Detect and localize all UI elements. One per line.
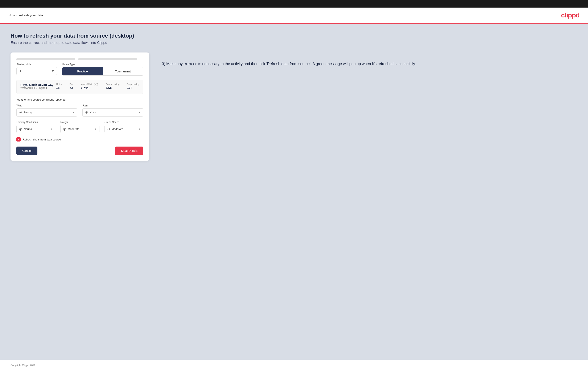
fairway-label: Fairway Conditions bbox=[16, 121, 55, 124]
wind-label: Wind bbox=[16, 104, 77, 107]
par-label: Par bbox=[69, 83, 73, 85]
starting-hole-select[interactable]: 1 bbox=[16, 67, 57, 75]
logo: clippd bbox=[561, 11, 579, 19]
green-speed-group: Green Speed ⊙ Moderate ▼ bbox=[104, 121, 143, 133]
starting-hole-label: Starting Hole bbox=[16, 63, 57, 66]
course-rating-value: 72.5 bbox=[105, 86, 119, 89]
button-row: Cancel Save Details bbox=[16, 147, 143, 155]
fairway-icon: ◉ bbox=[19, 127, 22, 131]
slope-rating-label: Slope rating bbox=[127, 83, 139, 85]
yards-value: 6,744 bbox=[81, 86, 98, 89]
footer-copyright: Copyright Clippd 2022 bbox=[10, 364, 35, 367]
rain-select[interactable]: ✳ None ▼ bbox=[82, 108, 143, 117]
tab-bar bbox=[16, 58, 143, 60]
par-stat: Par 72 bbox=[69, 83, 73, 89]
header: How to refresh your data clippd bbox=[0, 8, 588, 24]
page-subheading: Ensure the correct and most up to date d… bbox=[10, 41, 578, 45]
rain-group: Rain ✳ None ▼ bbox=[82, 104, 143, 117]
header-title: How to refresh your data bbox=[9, 13, 43, 17]
course-location: Westward Ho!, England bbox=[20, 86, 53, 89]
tab-inactive-2 bbox=[78, 58, 137, 60]
fairway-select-label: ◉ Normal bbox=[19, 127, 33, 131]
rough-select[interactable]: ◉ Moderate ▼ bbox=[60, 125, 99, 133]
rough-icon: ◉ bbox=[63, 127, 66, 131]
rain-icon: ✳ bbox=[85, 110, 88, 114]
refresh-checkbox[interactable]: ✓ bbox=[16, 137, 21, 142]
rough-chevron-icon: ▼ bbox=[95, 128, 97, 130]
holes-value: 18 bbox=[56, 86, 62, 89]
rain-label: Rain bbox=[82, 104, 143, 107]
cancel-button[interactable]: Cancel bbox=[16, 147, 37, 155]
game-type-label: Game Type bbox=[62, 63, 143, 66]
rain-chevron-icon: ▼ bbox=[138, 111, 141, 114]
footer: Copyright Clippd 2022 bbox=[0, 360, 588, 367]
yards-stat: Yards/White (M)) 6,744 bbox=[81, 83, 98, 89]
course-stats: Holes 18 Par 72 Yards/White (M)) 6,744 bbox=[56, 83, 139, 89]
wind-select-label: ≋ Strong bbox=[19, 110, 32, 114]
top-bar bbox=[0, 0, 588, 8]
tab-inactive-1 bbox=[16, 58, 75, 60]
game-type-toggle: Practice Tournament bbox=[62, 67, 143, 75]
page-heading: How to refresh your data from source (de… bbox=[10, 33, 578, 39]
rain-select-label: ✳ None bbox=[85, 110, 96, 114]
wind-value: Strong bbox=[24, 111, 32, 114]
conditions-section-title: Weather and course conditions (optional) bbox=[16, 98, 143, 101]
course-rating-stat: Course rating 72.5 bbox=[105, 83, 119, 89]
fairway-group: Fairway Conditions ◉ Normal ▼ bbox=[16, 121, 55, 133]
tab-spacer bbox=[76, 58, 77, 60]
holes-stat: Holes 18 bbox=[56, 83, 62, 89]
rough-group: Rough ◉ Moderate ▼ bbox=[60, 121, 99, 133]
green-speed-select-label: ⊙ Moderate bbox=[107, 127, 123, 131]
course-name-location: Royal North Devon GC, Westward Ho!, Engl… bbox=[20, 83, 53, 89]
green-speed-value: Moderate bbox=[112, 127, 123, 131]
refresh-checkbox-row: ✓ Refresh shots from data source bbox=[16, 137, 143, 142]
side-text-content: 3) Make any extra edits necessary to the… bbox=[162, 61, 578, 67]
form-card: Starting Hole 1 ▼ Game Type Practice Tou… bbox=[10, 52, 149, 161]
slope-rating-value: 134 bbox=[127, 86, 139, 89]
holes-label: Holes bbox=[56, 83, 62, 85]
tournament-button[interactable]: Tournament bbox=[103, 67, 143, 75]
save-button[interactable]: Save Details bbox=[115, 147, 143, 155]
starting-hole-select-wrapper[interactable]: 1 ▼ bbox=[16, 67, 57, 75]
yards-label: Yards/White (M)) bbox=[81, 83, 98, 85]
par-value: 72 bbox=[69, 86, 73, 89]
starting-hole-game-type-row: Starting Hole 1 ▼ Game Type Practice Tou… bbox=[16, 63, 143, 75]
rain-value: None bbox=[90, 111, 96, 114]
course-name: Royal North Devon GC, bbox=[20, 83, 53, 86]
green-speed-select[interactable]: ⊙ Moderate ▼ bbox=[104, 125, 143, 133]
main-content: How to refresh your data from source (de… bbox=[0, 24, 588, 360]
rough-value: Moderate bbox=[68, 127, 79, 131]
content-layout: Starting Hole 1 ▼ Game Type Practice Tou… bbox=[10, 52, 578, 161]
wind-rain-row: Wind ≋ Strong ▼ Rain ✳ None bbox=[16, 104, 143, 117]
rough-label: Rough bbox=[60, 121, 99, 124]
fairway-rough-green-row: Fairway Conditions ◉ Normal ▼ Rough ◉ bbox=[16, 121, 143, 133]
fairway-select[interactable]: ◉ Normal ▼ bbox=[16, 125, 55, 133]
starting-hole-group: Starting Hole 1 ▼ bbox=[16, 63, 57, 75]
checkmark-icon: ✓ bbox=[17, 138, 20, 141]
course-rating-label: Course rating bbox=[105, 83, 119, 85]
wind-chevron-icon: ▼ bbox=[72, 111, 75, 114]
wind-group: Wind ≋ Strong ▼ bbox=[16, 104, 77, 117]
slope-rating-stat: Slope rating 134 bbox=[127, 83, 139, 89]
practice-button[interactable]: Practice bbox=[62, 67, 103, 75]
rough-select-label: ◉ Moderate bbox=[63, 127, 79, 131]
fairway-value: Normal bbox=[24, 127, 33, 131]
green-speed-chevron-icon: ▼ bbox=[138, 128, 141, 130]
course-header: Royal North Devon GC, Westward Ho!, Engl… bbox=[20, 83, 139, 89]
fairway-chevron-icon: ▼ bbox=[51, 128, 52, 130]
refresh-label: Refresh shots from data source bbox=[23, 138, 61, 141]
side-text-panel: 3) Make any extra edits necessary to the… bbox=[162, 52, 578, 67]
game-type-group: Game Type Practice Tournament bbox=[62, 63, 143, 75]
course-info-table: Royal North Devon GC, Westward Ho!, Engl… bbox=[16, 80, 143, 94]
wind-icon: ≋ bbox=[19, 110, 22, 114]
green-speed-icon: ⊙ bbox=[107, 127, 110, 131]
green-speed-label: Green Speed bbox=[104, 121, 143, 124]
wind-select[interactable]: ≋ Strong ▼ bbox=[16, 108, 77, 117]
